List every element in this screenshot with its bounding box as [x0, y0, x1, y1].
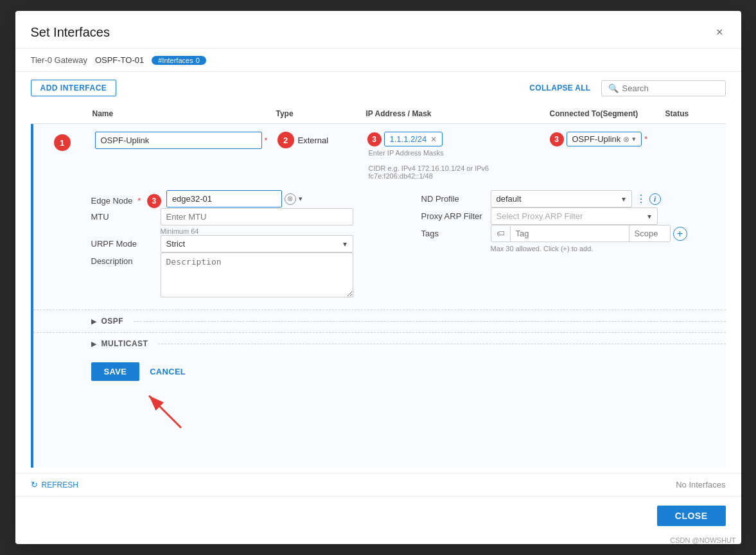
interface-type: External — [298, 136, 329, 145]
segment-tag: OSPF-Uplink ⊗ ▾ — [567, 132, 642, 146]
nd-profile-row: ND Profile default ⋮ i — [421, 190, 726, 207]
tier-gateway-label: Tier-0 Gateway — [31, 55, 87, 65]
urpf-select-wrapper: Strict None — [161, 235, 353, 252]
description-textarea[interactable] — [161, 252, 353, 297]
edge-node-container: ⊗ ▾ — [166, 190, 396, 207]
modal-subtitle: Tier-0 Gateway OSPF-TO-01 #Interfaces 0 — [15, 49, 741, 72]
gateway-name: OSPF-TO-01 — [95, 55, 144, 65]
mtu-hint: Minimum 64 — [161, 227, 396, 235]
nd-profile-select-wrapper: default — [491, 190, 632, 207]
multicast-chevron-icon: ▶ — [91, 340, 96, 348]
cancel-button[interactable]: CANCEL — [150, 367, 186, 376]
scope-input[interactable] — [629, 225, 671, 242]
arrow-indicator — [33, 386, 726, 436]
mtu-input[interactable] — [161, 208, 353, 225]
connected-col: 3 OSPF-Uplink ⊗ ▾ * — [546, 132, 662, 146]
urpf-label: URPF Mode — [91, 235, 155, 249]
col-status: Status — [662, 109, 726, 118]
collapse-all-button[interactable]: COLLAPSE ALL — [529, 84, 590, 92]
nd-profile-label: ND Profile — [421, 190, 486, 204]
type-col: 2 External — [274, 132, 364, 148]
nd-profile-select[interactable]: default — [491, 190, 632, 207]
toolbar-right: COLLAPSE ALL 🔍 — [529, 80, 725, 96]
ip-tag-close-button[interactable]: ✕ — [430, 135, 437, 144]
multicast-section[interactable]: ▶ MULTICAST — [33, 332, 726, 355]
edge-node-input[interactable] — [166, 190, 282, 207]
edge-node-value: ⊗ ▾ — [166, 190, 396, 207]
proxy-arp-label: Proxy ARP Filter — [421, 207, 486, 221]
modal-title: Set Interfaces — [31, 25, 110, 40]
nd-profile-row-inner: default ⋮ i — [491, 190, 726, 207]
interface-row: 1 * 2 External — [31, 124, 726, 468]
mtu-value: Minimum 64 — [161, 208, 396, 235]
col-connected: Connected To(Segment) — [546, 109, 662, 118]
urpf-value: Strict None — [161, 235, 396, 252]
tag-input-wrapper: 🏷 — [491, 225, 671, 242]
mtu-row: MTU Minimum 64 — [91, 208, 396, 235]
proxy-arp-value: Select Proxy ARP Filter — [491, 207, 726, 225]
urpf-row: URPF Mode Strict None — [91, 235, 396, 252]
proxy-arp-row: Proxy ARP Filter Select Proxy ARP Filter — [421, 207, 726, 225]
interface-row-top: 1 * 2 External — [33, 124, 726, 182]
col-type: Type — [272, 109, 362, 118]
proxy-arp-select[interactable]: Select Proxy ARP Filter — [491, 207, 658, 225]
edge-node-chevron-icon[interactable]: ▾ — [299, 195, 303, 203]
close-button[interactable]: CLOSE — [657, 506, 726, 526]
arrow-svg — [130, 386, 207, 431]
ospf-section[interactable]: ▶ OSPF — [33, 310, 726, 332]
edge-node-clear-button[interactable]: ⊗ — [285, 193, 296, 205]
nd-profile-info-icon[interactable]: i — [649, 193, 661, 205]
interfaces-badge[interactable]: #Interfaces 0 — [152, 56, 206, 65]
nd-profile-menu-icon[interactable]: ⋮ — [636, 193, 646, 205]
search-icon: 🔍 — [608, 84, 619, 93]
urpf-select[interactable]: Strict None — [161, 235, 353, 252]
interface-detail: Edge Node * 3 ⊗ ▾ — [33, 182, 726, 310]
description-row: Description — [91, 252, 396, 299]
tags-input-row: 🏷 + — [491, 225, 726, 242]
empty-area — [33, 436, 726, 468]
add-interface-button[interactable]: ADD INTERFACE — [31, 80, 117, 96]
tags-value: 🏷 + Max 30 allowed. Click (+) to add. — [491, 225, 726, 252]
modal-header: Set Interfaces × — [15, 11, 741, 49]
modal-toolbar: ADD INTERFACE COLLAPSE ALL 🔍 — [15, 72, 741, 104]
interface-name-input[interactable] — [95, 132, 262, 149]
mtu-label: MTU — [91, 208, 155, 222]
segment-chevron-icon[interactable]: ▾ — [632, 135, 636, 143]
ip-hint: Enter IP Address Masks — [367, 149, 542, 157]
nd-profile-value: default ⋮ i — [491, 190, 726, 207]
segment-required: * — [644, 134, 647, 144]
search-input[interactable] — [622, 84, 719, 93]
modal-footer: ↻ REFRESH No Interfaces — [15, 473, 741, 496]
ip-cidr-hint: CIDR e.g. IPv4 172.16.10.1/24 or IPv6 fc… — [367, 164, 542, 180]
name-required-star: * — [265, 136, 268, 145]
tag-input[interactable] — [511, 225, 629, 242]
tag-icon: 🏷 — [491, 226, 511, 241]
refresh-button[interactable]: ↻ REFRESH — [31, 480, 78, 489]
refresh-icon: ↻ — [31, 480, 38, 489]
watermark: CSDN @NOWSHUT — [15, 535, 741, 544]
col-name: Name — [89, 109, 272, 118]
svg-line-1 — [149, 396, 181, 428]
proxy-arp-select-wrapper: Select Proxy ARP Filter — [491, 207, 658, 225]
description-value — [161, 252, 396, 299]
ip-tag: 1.1.1.2/24 ✕ — [384, 132, 443, 146]
step-1-circle: 1 — [54, 134, 71, 151]
col-ip: IP Address / Mask — [362, 109, 546, 118]
max-tags-hint: Max 30 allowed. Click (+) to add. — [491, 245, 726, 252]
edge-node-label: Edge Node * 3 — [91, 190, 161, 208]
step-3-ip-circle: 3 — [367, 132, 382, 146]
step-3-seg-circle: 3 — [550, 132, 564, 146]
add-tag-button[interactable]: + — [673, 227, 687, 241]
segment-close-button[interactable]: ⊗ — [623, 135, 629, 144]
multicast-label: MULTICAST — [101, 339, 148, 348]
edge-node-row: Edge Node * 3 ⊗ ▾ — [91, 190, 396, 208]
tags-row-container: Tags 🏷 + Max 30 — [421, 225, 726, 252]
modal-close-button[interactable]: × — [714, 24, 726, 40]
table-header: Name Type IP Address / Mask Connected To… — [31, 104, 726, 124]
description-label: Description — [91, 252, 155, 266]
interface-actions: SAVE CANCEL — [33, 355, 726, 386]
step-1-indicator: 1 — [33, 132, 91, 151]
modal-backdrop: Set Interfaces × Tier-0 Gateway OSPF-TO-… — [0, 0, 756, 555]
save-button[interactable]: SAVE — [91, 362, 140, 381]
detail-right-col: ND Profile default ⋮ i — [421, 190, 726, 299]
